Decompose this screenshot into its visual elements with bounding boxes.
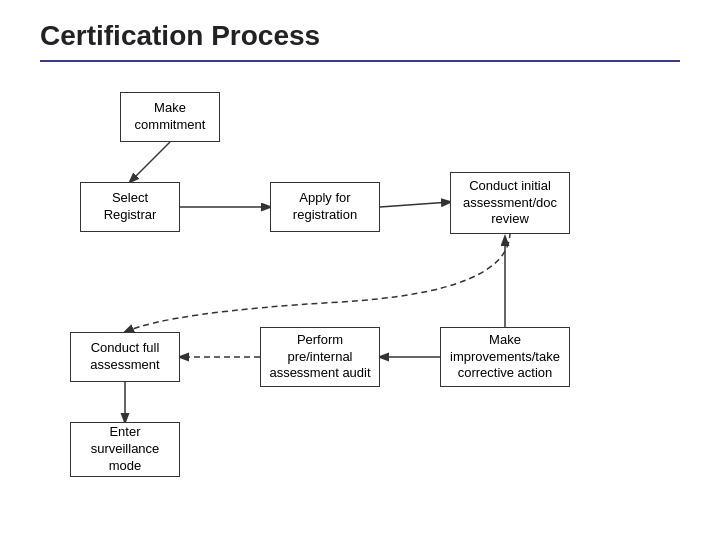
svg-line-0 xyxy=(130,142,170,182)
flowchart: Make commitment Select Registrar Apply f… xyxy=(40,82,680,482)
title-divider xyxy=(40,60,680,62)
box-make-improvements: Make improvements/take corrective action xyxy=(440,327,570,387)
box-select-registrar: Select Registrar xyxy=(80,182,180,232)
page-title: Certification Process xyxy=(40,20,680,52)
page: Certification Process xyxy=(0,0,720,540)
box-make-commitment: Make commitment xyxy=(120,92,220,142)
box-conduct-full: Conduct full assessment xyxy=(70,332,180,382)
svg-line-2 xyxy=(380,202,450,207)
box-enter-surveillance: Enter surveillance mode xyxy=(70,422,180,477)
box-apply-registration: Apply for registration xyxy=(270,182,380,232)
box-conduct-initial: Conduct initial assessment/doc review xyxy=(450,172,570,234)
box-perform-audit: Perform pre/internal assessment audit xyxy=(260,327,380,387)
